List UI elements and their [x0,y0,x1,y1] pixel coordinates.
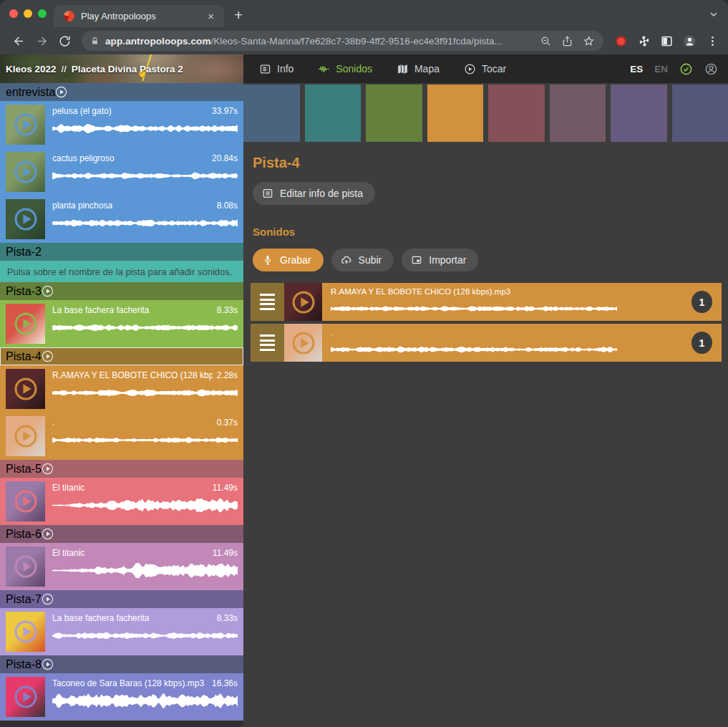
track-play-icon[interactable] [55,86,67,98]
back-icon[interactable] [10,32,27,49]
play-overlay-icon[interactable] [13,311,39,337]
track-header[interactable]: Pista-6 [0,525,243,543]
sound-thumbnail[interactable] [284,324,322,362]
sound-item[interactable]: El titanic11.49s [0,478,243,525]
puzzle-icon[interactable] [635,32,652,49]
share-icon[interactable] [559,33,575,49]
sound-item[interactable]: La base fachera facherita8.33s [0,608,243,655]
sound-item[interactable]: planta pinchosa8.08s [0,196,243,243]
address-bar[interactable]: app.antropoloops.com/Kleos-Santa-Marina/… [82,31,603,51]
track-header[interactable]: Pista-5 [0,460,243,478]
sound-thumbnail[interactable] [6,547,45,587]
lang-es-button[interactable]: ES [630,64,643,74]
close-window-button[interactable] [9,9,18,18]
track-play-icon[interactable] [42,593,54,605]
play-overlay-icon[interactable] [13,423,39,449]
play-overlay-icon[interactable] [291,289,316,315]
track-header[interactable]: Pista-8 [0,655,243,673]
record-icon[interactable] [612,32,629,49]
account-icon[interactable] [704,62,718,76]
play-overlay-icon[interactable] [13,619,39,645]
breadcrumb[interactable]: Kleos 2022 // Placeta Divina Pastora 2 [0,54,243,83]
upload-sound-button[interactable]: Subir [331,249,394,271]
sound-item[interactable]: .0.37s [0,413,243,460]
lock-icon[interactable] [90,36,100,47]
play-overlay-icon[interactable] [13,376,39,402]
zoom-out-icon[interactable] [538,33,553,49]
lang-en-button[interactable]: EN [654,64,668,74]
track-play-icon[interactable] [42,658,54,670]
import-sound-button[interactable]: Importar [402,249,478,271]
sound-item[interactable]: R.AMAYA Y EL BOBOTE CHICO (128 kbps)....… [0,365,243,413]
forward-icon[interactable] [33,32,50,49]
edit-track-info-button[interactable]: Editar info de pista [253,182,375,205]
sound-thumbnail[interactable] [6,369,45,409]
sound-thumbnail[interactable] [284,283,322,321]
browser-tab[interactable]: Play Antropoloops × [54,5,224,27]
track-play-icon[interactable] [42,285,54,297]
sound-thumbnail[interactable] [6,105,45,145]
nav-item-mapa[interactable]: Mapa [397,63,440,75]
play-overlay-icon[interactable] [13,159,39,185]
nav-item-sonidos[interactable]: Sonidos [318,63,372,75]
breadcrumb-title[interactable]: Placeta Divina Pastora 2 [72,64,183,74]
drag-handle[interactable] [251,324,284,362]
record-sound-button[interactable]: Grabar [253,249,324,271]
new-tab-button[interactable]: + [234,6,243,24]
track-color-tab-2[interactable] [305,85,361,142]
track-section-pista-3: Pista-3La base fachera facherita8.33s [0,282,243,347]
breadcrumb-project[interactable]: Kleos 2022 [6,64,57,74]
sound-item[interactable]: cactus peligroso20.84s [0,148,243,196]
track-play-icon[interactable] [42,350,54,362]
sound-thumbnail[interactable] [6,677,45,717]
sound-row[interactable]: .1 [251,324,722,362]
star-icon[interactable] [581,33,596,49]
check-circle-icon[interactable] [679,62,693,76]
track-color-tab-3[interactable] [366,85,422,142]
sound-item[interactable]: El titanic11.49s [0,543,243,590]
avatar-icon[interactable] [681,32,698,49]
nav-item-info[interactable]: Info [259,63,293,75]
chevron-down-icon[interactable] [708,9,719,20]
sound-main: pelusa (el gato)33.97s [52,105,238,145]
play-overlay-icon[interactable] [13,684,39,710]
track-play-icon[interactable] [42,528,54,540]
sound-title: El titanic [52,483,208,493]
play-overlay-icon[interactable] [291,330,316,356]
track-header[interactable]: entrevista [0,83,243,101]
sound-thumbnail[interactable] [6,152,45,192]
sound-thumbnail[interactable] [6,199,45,239]
minimize-window-button[interactable] [24,9,32,18]
kebab-menu-icon[interactable] [704,32,721,49]
sound-title: La base fachera facherita [52,305,213,315]
track-color-tab-4[interactable] [427,85,484,142]
sound-item[interactable]: pelusa (el gato)33.97s [0,101,243,148]
track-color-tab-8[interactable] [672,85,728,142]
close-tab-icon[interactable]: × [205,9,217,23]
sound-thumbnail[interactable] [6,304,45,344]
track-header[interactable]: Pista-4 [0,347,243,365]
sound-thumbnail[interactable] [6,416,45,456]
sound-thumbnail[interactable] [6,612,45,652]
sound-row[interactable]: R.AMAYA Y EL BOBOTE CHICO (128 kbps).mp3… [251,283,722,321]
play-overlay-icon[interactable] [13,554,39,579]
sound-item[interactable]: Taconeo de Sara Baras (128 kbps).mp316.3… [0,673,243,721]
drag-handle[interactable] [251,283,284,321]
track-color-tab-1[interactable] [243,85,300,142]
track-header[interactable]: Pista-3 [0,282,243,300]
track-header[interactable]: Pista-2 [0,243,243,261]
split-view-icon[interactable] [658,32,675,49]
reload-icon[interactable] [56,32,73,49]
track-header[interactable]: Pista-7 [0,590,243,608]
play-overlay-icon[interactable] [13,488,39,514]
zoom-window-button[interactable] [38,9,47,18]
track-color-tab-5[interactable] [488,85,545,142]
track-play-icon[interactable] [42,463,54,475]
play-overlay-icon[interactable] [13,112,39,138]
sound-thumbnail[interactable] [6,481,45,521]
track-color-tab-6[interactable] [550,85,606,142]
sound-item[interactable]: La base fachera facherita8.33s [0,300,243,347]
track-color-tab-7[interactable] [611,85,667,142]
play-overlay-icon[interactable] [13,206,39,232]
nav-item-tocar[interactable]: Tocar [464,63,506,75]
